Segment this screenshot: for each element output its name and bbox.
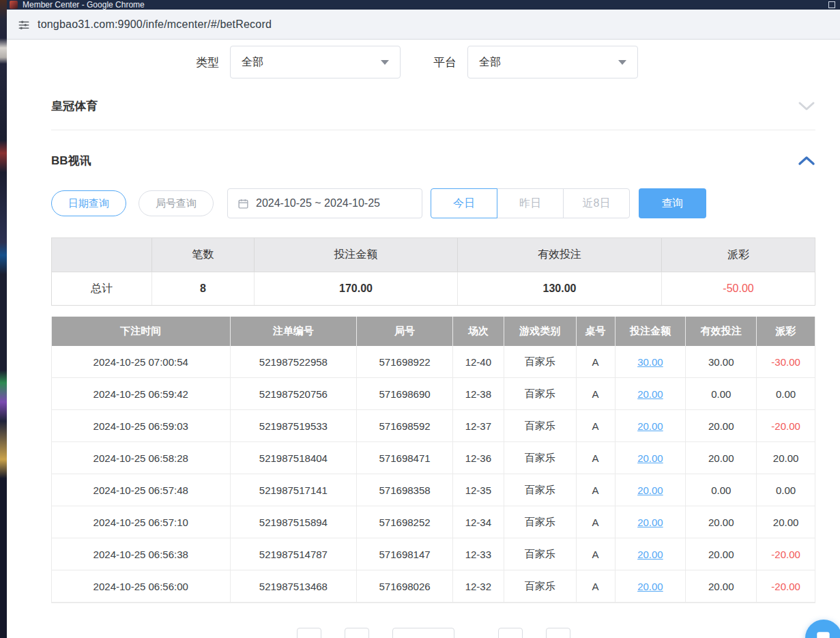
summary-valid-bet-value: 130.00 <box>458 272 662 305</box>
maximize-icon[interactable] <box>828 1 835 8</box>
cell-order-number: 521987518404 <box>231 442 358 474</box>
bet-record-page: 类型 全部 平台 全部 皇冠体育 <box>51 46 815 638</box>
bet-amount-link[interactable]: 20.00 <box>637 484 663 496</box>
yesterday-button[interactable]: 昨日 <box>497 188 564 218</box>
header-valid-bet: 有效投注 <box>686 317 757 346</box>
date-query-tab[interactable]: 日期查询 <box>51 190 126 216</box>
cell-order-number: 521987522958 <box>231 346 358 378</box>
cell-game-type: 百家乐 <box>504 442 577 474</box>
cell-order-number: 521987519533 <box>231 410 358 442</box>
header-session: 场次 <box>453 317 504 346</box>
window-titlebar: Member Center - Google Chrome <box>7 0 840 10</box>
cell-table-number: A <box>577 442 615 474</box>
bet-amount-link[interactable]: 20.00 <box>637 581 663 592</box>
summary-count-value: 8 <box>152 272 255 305</box>
platform-select[interactable]: 全部 <box>467 46 638 78</box>
cell-payout: -20.00 <box>757 410 815 442</box>
cell-valid-bet: 20.00 <box>686 506 757 538</box>
cell-bet-amount: 20.00 <box>615 570 686 603</box>
pagination-prev-button[interactable] <box>297 628 321 638</box>
page-size-select[interactable] <box>392 628 454 638</box>
cell-payout: 0.00 <box>757 378 815 410</box>
cell-table-number: A <box>577 506 615 538</box>
cell-payout: 20.00 <box>757 506 815 538</box>
summary-total-row: 总计 8 170.00 130.00 -50.00 <box>52 272 815 305</box>
bet-amount-link[interactable]: 20.00 <box>637 452 663 464</box>
pagination-next-button[interactable] <box>498 628 523 638</box>
cell-bet-time: 2024-10-25 06:57:10 <box>52 506 231 538</box>
summary-header-payout: 派彩 <box>662 238 815 272</box>
site-info-icon[interactable] <box>18 18 30 31</box>
section-crown-sports[interactable]: 皇冠体育 <box>51 96 815 116</box>
cell-session: 12-33 <box>453 538 504 570</box>
cell-bet-time: 2024-10-25 06:56:38 <box>52 538 231 570</box>
site-favicon <box>10 1 18 9</box>
cell-bet-amount: 30.00 <box>615 346 686 378</box>
chevron-up-icon[interactable] <box>798 156 815 166</box>
cell-game-type: 百家乐 <box>504 410 577 442</box>
cell-game-type: 百家乐 <box>504 506 577 538</box>
cell-bet-amount: 20.00 <box>615 474 686 506</box>
round-query-tab[interactable]: 局号查询 <box>139 190 214 216</box>
cell-bet-amount: 20.00 <box>615 410 686 442</box>
chevron-down-icon[interactable] <box>798 101 815 111</box>
divider <box>51 130 815 130</box>
cell-valid-bet: 20.00 <box>686 538 757 570</box>
last-8-days-button[interactable]: 近8日 <box>563 188 630 218</box>
pagination-page-button[interactable] <box>345 628 369 638</box>
cell-session: 12-38 <box>453 378 504 410</box>
bet-amount-link[interactable]: 30.00 <box>637 356 663 368</box>
table-row: 2024-10-25 06:59:42 521987520756 5716986… <box>52 378 815 410</box>
cell-round-number: 571698922 <box>357 346 453 378</box>
bet-amount-link[interactable]: 20.00 <box>637 420 663 432</box>
cell-session: 12-32 <box>453 570 504 603</box>
search-button[interactable]: 查询 <box>639 188 706 218</box>
table-row: 2024-10-25 06:58:28 521987518404 5716984… <box>52 442 815 474</box>
header-game-type: 游戏类别 <box>504 317 577 346</box>
date-range-picker[interactable]: 2024-10-25 ~ 2024-10-25 <box>227 188 422 218</box>
type-label: 类型 <box>196 55 219 70</box>
summary-table: 笔数 投注金额 有效投注 派彩 总计 8 170.00 130.00 -50.0… <box>51 237 815 306</box>
bet-amount-link[interactable]: 20.00 <box>637 388 663 400</box>
table-row: 2024-10-25 06:56:00 521987513468 5716980… <box>52 570 815 603</box>
cell-table-number: A <box>577 410 615 442</box>
pagination-jump-input[interactable] <box>546 628 570 638</box>
cell-order-number: 521987515894 <box>231 506 358 538</box>
type-select-value: 全部 <box>242 55 263 70</box>
cell-valid-bet: 0.00 <box>686 378 757 410</box>
cell-payout: 0.00 <box>757 474 815 506</box>
cell-valid-bet: 0.00 <box>686 474 757 506</box>
section-bb-video[interactable]: BB视讯 <box>51 150 815 171</box>
cell-session: 12-40 <box>453 346 504 378</box>
header-bet-amount: 投注金额 <box>615 317 686 346</box>
bet-record-table: 下注时间 注单编号 局号 场次 游戏类别 桌号 投注金额 有效投注 派彩 202… <box>51 317 815 603</box>
header-round-number: 局号 <box>357 317 453 346</box>
cell-game-type: 百家乐 <box>504 570 577 603</box>
type-select[interactable]: 全部 <box>230 46 401 78</box>
bet-amount-link[interactable]: 20.00 <box>637 549 663 560</box>
cell-session: 12-34 <box>453 506 504 538</box>
cell-bet-time: 2024-10-25 06:57:48 <box>52 474 231 506</box>
cell-bet-amount: 20.00 <box>615 378 686 410</box>
cell-order-number: 521987513468 <box>231 570 358 603</box>
cell-round-number: 571698026 <box>357 570 453 603</box>
summary-payout-value: -50.00 <box>662 272 815 305</box>
url-text[interactable]: tongbao31.com:9900/infe/mcenter/#/betRec… <box>38 18 272 31</box>
cell-payout: -20.00 <box>757 570 815 603</box>
platform-select-value: 全部 <box>479 55 501 70</box>
summary-header-count: 笔数 <box>152 238 255 272</box>
cell-table-number: A <box>577 346 615 378</box>
background-window-edge <box>0 0 7 638</box>
cell-bet-time: 2024-10-25 06:59:42 <box>52 378 231 410</box>
bet-amount-link[interactable]: 20.00 <box>637 517 663 528</box>
chevron-down-icon <box>618 60 626 65</box>
cell-table-number: A <box>577 474 615 506</box>
table-row: 2024-10-25 07:00:54 521987522958 5716989… <box>52 346 815 378</box>
cell-table-number: A <box>577 538 615 570</box>
cell-round-number: 571698690 <box>357 378 453 410</box>
platform-label: 平台 <box>433 55 457 70</box>
cell-order-number: 521987517141 <box>231 474 358 506</box>
today-button[interactable]: 今日 <box>431 188 497 218</box>
section-title-bb: BB视讯 <box>51 153 91 169</box>
browser-urlbar[interactable]: tongbao31.com:9900/infe/mcenter/#/betRec… <box>7 10 840 40</box>
